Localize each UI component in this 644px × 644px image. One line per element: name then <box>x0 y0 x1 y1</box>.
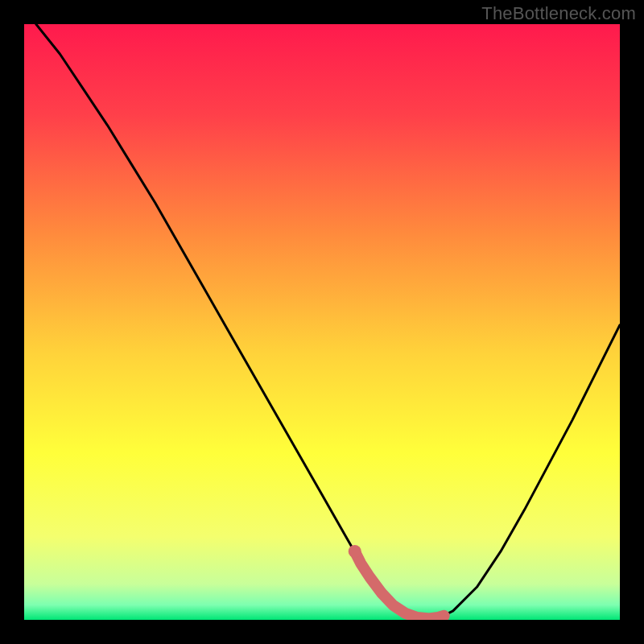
bottleneck-curve-path <box>36 24 620 619</box>
chart-frame: TheBottleneck.com <box>0 0 644 644</box>
marker-dot <box>349 545 361 558</box>
plot-area <box>24 24 620 620</box>
attribution-label: TheBottleneck.com <box>481 3 636 24</box>
marker-segment <box>355 551 444 619</box>
curve-overlay <box>24 24 620 620</box>
